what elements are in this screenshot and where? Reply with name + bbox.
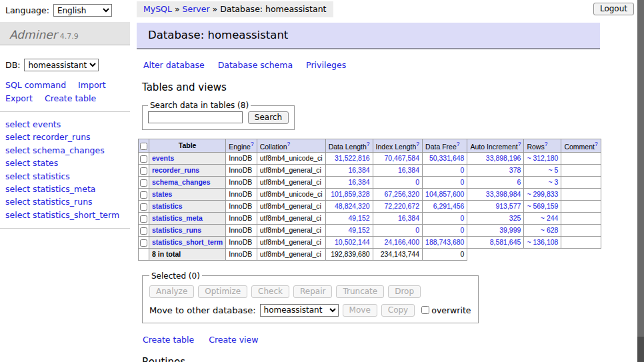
search-button[interactable]: Search xyxy=(248,111,289,124)
rows-count-link[interactable]: ~ 569,159 xyxy=(527,202,558,210)
data-length-link[interactable]: 31,522,816 xyxy=(335,154,370,162)
data-free-link[interactable]: 50,331,648 xyxy=(429,154,465,162)
comment-cell xyxy=(561,236,601,248)
index-length-link[interactable]: 0 xyxy=(415,226,419,234)
row-checkbox[interactable] xyxy=(140,239,147,247)
analyze-button: Analyze xyxy=(149,285,194,298)
rows-count-link[interactable]: ~ 5 xyxy=(549,166,559,174)
row-checkbox[interactable] xyxy=(140,215,147,223)
database-schema-link[interactable]: Database schema xyxy=(218,60,293,70)
sidebar-table-links: select events select recorder_runs selec… xyxy=(0,118,130,221)
index-length-link[interactable]: 0 xyxy=(415,178,419,186)
data-length-link[interactable]: 16,384 xyxy=(348,166,369,174)
help-icon[interactable]: ? xyxy=(416,141,419,147)
rows-count-link[interactable]: ~ 312,180 xyxy=(527,154,558,162)
breadcrumb-link-mysql[interactable]: MySQL xyxy=(143,4,172,14)
sidebar-item-select-events[interactable]: select events xyxy=(5,119,61,129)
help-icon[interactable]: ? xyxy=(545,141,548,147)
rows-count-link[interactable]: ~ 299,833 xyxy=(527,190,558,198)
sidebar-item-select-statistics-short-term[interactable]: select statistics_short_term xyxy=(5,210,119,220)
table-name-link[interactable]: statistics_runs xyxy=(152,226,201,234)
table-name-link[interactable]: statistics xyxy=(152,202,183,210)
data-length-link[interactable]: 49,152 xyxy=(348,214,369,222)
auto-increment-link[interactable]: 325 xyxy=(509,214,521,222)
rows-count-link[interactable]: ~ 136,108 xyxy=(527,238,558,246)
auto-increment-link[interactable]: 8,581,645 xyxy=(490,238,521,246)
sidebar-link-export[interactable]: Export xyxy=(5,93,33,103)
language-select[interactable]: English xyxy=(53,4,112,17)
table-name-link[interactable]: schema_changes xyxy=(152,178,211,186)
auto-increment-link[interactable]: 913,577 xyxy=(495,202,521,210)
sidebar-item-select-states[interactable]: select states xyxy=(5,158,58,168)
row-checkbox[interactable] xyxy=(140,227,147,235)
logout-button[interactable]: Logout xyxy=(593,3,634,15)
data-free-link[interactable]: 0 xyxy=(461,214,465,222)
data-free-link[interactable]: 6,291,456 xyxy=(433,202,465,210)
privileges-link[interactable]: Privileges xyxy=(306,60,346,70)
data-length-link[interactable]: 49,152 xyxy=(348,226,369,234)
help-icon[interactable]: ? xyxy=(287,141,291,147)
data-length-link[interactable]: 48,824,320 xyxy=(335,202,370,210)
search-input[interactable] xyxy=(148,111,243,123)
list-item: select statistics_meta xyxy=(5,183,130,195)
index-length-link[interactable]: 72,220,672 xyxy=(384,202,419,210)
auto-increment-link[interactable]: 6 xyxy=(517,178,521,186)
auto-increment-link[interactable]: 33,398,984 xyxy=(486,190,521,198)
data-length-link[interactable]: 101,859,328 xyxy=(331,190,369,198)
table-name-link[interactable]: events xyxy=(152,154,174,162)
row-checkbox[interactable] xyxy=(140,155,147,163)
help-icon[interactable]: ? xyxy=(457,141,460,147)
sidebar-item-select-recorder-runs[interactable]: select recorder_runs xyxy=(5,132,91,142)
row-checkbox[interactable] xyxy=(140,203,147,211)
sidebar-link-import[interactable]: Import xyxy=(78,80,106,90)
table-name-link[interactable]: statistics_short_term xyxy=(152,238,223,246)
data-free-link[interactable]: 0 xyxy=(461,166,465,174)
alter-database-link[interactable]: Alter database xyxy=(143,60,205,70)
help-icon[interactable]: ? xyxy=(367,141,370,147)
row-checkbox[interactable] xyxy=(140,179,147,187)
data-free-link[interactable]: 0 xyxy=(461,226,465,234)
index-length-link[interactable]: 70,467,584 xyxy=(384,154,419,162)
data-length-link[interactable]: 16,384 xyxy=(348,178,369,186)
rows-count-link[interactable]: ~ 244 xyxy=(541,214,559,222)
table-name-link[interactable]: statistics_meta xyxy=(152,214,203,222)
language-label: Language: xyxy=(5,5,49,15)
data-length-link[interactable]: 10,502,144 xyxy=(335,238,370,246)
table-header-row: Table Engine? Collation? Data Length? In… xyxy=(139,139,601,153)
sidebar-item-select-schema-changes[interactable]: select schema_changes xyxy=(5,145,105,155)
rows-count-link[interactable]: ~ 3 xyxy=(549,178,559,186)
create-view-link[interactable]: Create view xyxy=(209,335,258,345)
sidebar-item-select-statistics-runs[interactable]: select statistics_runs xyxy=(5,197,93,207)
index-length-link[interactable]: 16,384 xyxy=(398,214,419,222)
sidebar-item-select-statistics-meta[interactable]: select statistics_meta xyxy=(5,184,96,194)
data-free-link[interactable]: 0 xyxy=(461,178,465,186)
sidebar-link-create-table[interactable]: Create table xyxy=(45,93,96,103)
move-to-database-row: Move to other database: homeassistant Mo… xyxy=(149,304,471,317)
auto-increment-link[interactable]: 39,999 xyxy=(499,226,521,234)
help-icon[interactable]: ? xyxy=(251,141,254,147)
move-database-select[interactable]: homeassistant xyxy=(260,304,339,317)
row-checkbox[interactable] xyxy=(140,191,147,199)
table-name-link[interactable]: recorder_runs xyxy=(152,166,199,174)
index-length-link[interactable]: 67,256,320 xyxy=(384,190,419,198)
help-icon[interactable]: ? xyxy=(518,141,521,147)
scrollbar-thumb[interactable] xyxy=(637,0,644,337)
sidebar-item-select-statistics[interactable]: select statistics xyxy=(5,171,70,181)
table-name-link[interactable]: states xyxy=(152,190,172,198)
row-checkbox[interactable] xyxy=(140,167,147,175)
index-length-link[interactable]: 24,166,400 xyxy=(384,238,419,246)
help-icon[interactable]: ? xyxy=(595,141,598,147)
collation-cell: utf8mb4_general_ci xyxy=(257,176,325,188)
db-select[interactable]: homeassistant xyxy=(24,59,99,71)
create-table-link[interactable]: Create table xyxy=(143,335,194,345)
data-free-link[interactable]: 188,743,680 xyxy=(425,238,464,246)
sidebar-link-sql-command[interactable]: SQL command xyxy=(5,80,66,90)
overwrite-checkbox[interactable] xyxy=(421,306,429,314)
rows-count-link[interactable]: ~ 628 xyxy=(541,226,559,234)
auto-increment-link[interactable]: 378 xyxy=(509,166,521,174)
auto-increment-link[interactable]: 33,898,196 xyxy=(486,154,521,162)
breadcrumb-link-server[interactable]: Server xyxy=(183,4,210,14)
index-length-link[interactable]: 16,384 xyxy=(398,166,419,174)
select-all-checkbox[interactable] xyxy=(140,143,147,150)
data-free-link[interactable]: 104,857,600 xyxy=(425,190,464,198)
